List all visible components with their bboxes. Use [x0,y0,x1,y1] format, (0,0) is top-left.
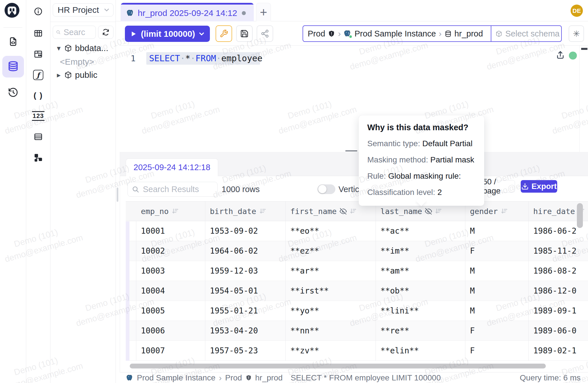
tree-item-database[interactable]: ▾ bbdata... [50,42,108,54]
save-button[interactable] [236,25,253,42]
column-header-emp_no[interactable]: emp_no [136,201,205,221]
table-row[interactable]: 100041954-05-01**irst****ob**M1986-12-0 [126,281,588,301]
cell: 10004 [136,281,205,301]
schema-object-strip: ƒ ( ) 123 [26,0,50,383]
breadcrumb-separator: › [338,29,341,38]
views-icon[interactable] [33,131,44,142]
run-query-button[interactable]: (limit 100000) [125,26,210,42]
table-row[interactable]: 100061953-04-20**nn****re**F1989-06-0 [126,321,588,341]
select-schema-button[interactable]: Select schema [491,26,563,41]
cell: M [465,261,529,281]
environment-label: Prod [308,29,325,38]
database-label: hr_prod [455,29,483,38]
left-rail [0,0,26,383]
tree-item-label: bbdata... [75,43,108,53]
search-icon [132,186,139,193]
table-header-row: emp_nobirth_datefirst_namelast_namegende… [126,201,588,221]
sort-icon [172,207,179,215]
export-button[interactable]: Export [521,180,557,193]
cell: **elin** [376,341,465,360]
cell: 1955-01-21 [205,301,286,321]
sidebar-search-box[interactable] [53,26,96,39]
ai-assistant-button[interactable]: ✳ [569,25,584,42]
project-select[interactable]: HR Project [53,3,113,17]
tooltip-row: Rule: Global masking rule: [367,171,476,181]
openai-icon: ✳ [573,29,580,39]
functions-icon[interactable]: ƒ [33,69,44,81]
sidebar-search-input[interactable] [63,27,93,37]
procedures-icon[interactable]: ( ) [33,90,44,101]
cell: 10002 [136,241,205,261]
upload-sheet-icon[interactable] [555,50,565,60]
cell: **irst** [286,281,376,301]
tables-icon[interactable] [33,28,44,39]
breadcrumb-separator: › [439,29,442,38]
results-search-input[interactable] [142,184,210,194]
cube-icon [64,44,72,52]
cell: M [465,281,529,301]
table-row[interactable]: 100021964-06-02**ez****im**F1985-11-2 [126,241,588,261]
shield-icon [328,30,335,37]
search-icon [56,28,61,36]
cell: 1989-06-0 [529,321,588,341]
cell: F [465,321,529,341]
table-row[interactable]: 100071957-05-23**zv****elin**F1989-02-1 [126,341,588,361]
cell: 10007 [136,341,205,360]
results-search-box[interactable] [127,182,218,197]
sidebar-divider [50,22,116,22]
result-set-tab[interactable]: 2025-09-24 14:12:18 [126,158,218,176]
editor-minimap[interactable] [579,46,588,152]
sequences-icon[interactable]: 123 [33,110,44,122]
masked-eye-off-icon[interactable] [425,208,432,215]
sql-token: · [216,53,221,63]
sort-icon [350,207,357,215]
horizontal-scrollbar[interactable] [130,364,546,368]
vertical-display-toggle[interactable] [317,184,335,194]
chevron-down-icon[interactable] [198,30,205,38]
vertical-scrollbar[interactable] [577,203,583,228]
result-table: emp_nobirth_datefirst_namelast_namegende… [126,201,588,361]
history-icon[interactable] [6,85,20,99]
column-header-label: gender [470,207,498,216]
format-sql-button[interactable] [216,25,232,42]
tree-item-label: <Empty> [60,57,94,67]
cell: **eo** [286,221,376,241]
download-icon [521,183,529,190]
external-tables-icon[interactable] [33,48,44,60]
page-size-select[interactable]: 50 / page [482,180,515,193]
connection-status-dot [569,52,577,60]
worksheet-icon[interactable] [6,35,20,48]
info-icon[interactable] [33,6,44,17]
tooltip-row: Semantic type: Default Partial [367,139,476,148]
footer-instance: Prod Sample Instance [137,373,216,382]
share-button[interactable] [257,25,273,42]
cell: **im** [376,241,465,261]
tree-item-schema-public[interactable]: ▸ public [50,69,97,81]
cell: M [465,301,529,321]
new-tab-button[interactable]: + [256,3,271,21]
project-select-label: HR Project [58,5,99,15]
connection-context[interactable]: Prod › Prod Sample Instance › hr_prod [303,26,491,41]
cell: 1954-05-01 [205,281,286,301]
table-row[interactable]: 100051955-01-21**yo****lini**M1989-09-1 [126,301,588,321]
table-row[interactable]: 100011953-09-02**eo****ac**M1986-06-2 [126,221,588,241]
sidebar-splitter-handle[interactable] [117,188,118,202]
masked-eye-off-icon[interactable] [340,208,347,215]
column-header-birth_date[interactable]: birth_date [205,201,286,221]
cell: **yo** [286,301,376,321]
refresh-button[interactable] [98,26,113,39]
tab-hr-prod[interactable]: hr_prod 2025-09-24 14:12 [121,3,254,21]
cell: 10006 [136,321,205,341]
table-row[interactable]: 100031959-12-03**ar****am**M1986-08-2 [126,261,588,281]
query-time-label: Query time: 6 ms [520,373,581,382]
sql-editor[interactable]: 1 SELECT·*·FROM·employee [116,46,588,152]
wrench-icon [220,29,228,38]
avatar[interactable]: DE [571,5,583,17]
sql-token: FROM [196,53,216,63]
cell: **lini** [376,301,465,321]
footer-query: SELECT * FROM employee LIMIT 100000 [291,373,441,382]
bytebase-logo-icon[interactable] [4,2,20,18]
sidebar-item-databases[interactable] [2,56,24,78]
schema-diagram-icon[interactable] [33,152,44,163]
cell: 10001 [136,221,205,241]
